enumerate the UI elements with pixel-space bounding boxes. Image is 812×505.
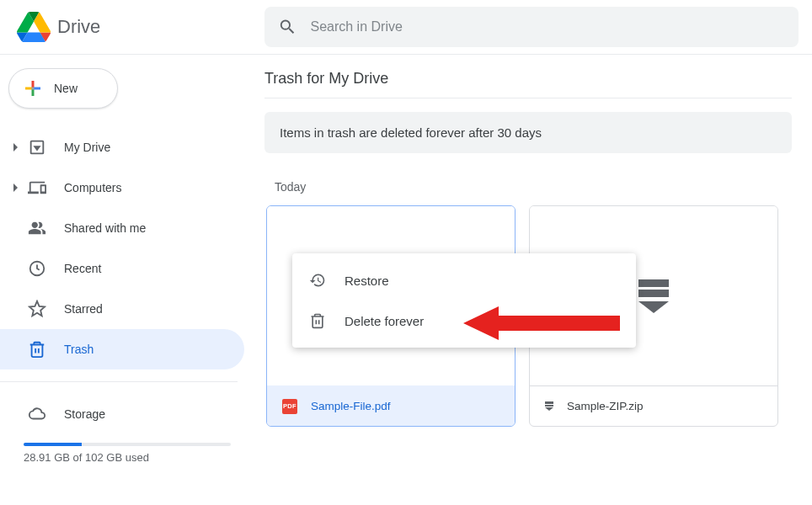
cloud-icon bbox=[27, 404, 47, 424]
zip-icon bbox=[638, 279, 669, 313]
svg-rect-0 bbox=[32, 81, 35, 88]
storage-usage-text: 28.91 GB of 102 GB used bbox=[24, 451, 251, 464]
computers-icon bbox=[27, 178, 47, 198]
storage-section: Storage bbox=[0, 389, 251, 439]
menu-item-label: Delete forever bbox=[345, 314, 424, 328]
page-title: Trash for My Drive bbox=[264, 70, 792, 98]
sidebar-item-computers[interactable]: Computers bbox=[0, 167, 244, 208]
section-label: Today bbox=[275, 180, 792, 194]
search-input[interactable] bbox=[310, 19, 785, 35]
sidebar-item-label: My Drive bbox=[64, 141, 110, 154]
header: Drive bbox=[0, 0, 812, 54]
menu-item-label: Restore bbox=[345, 274, 389, 288]
menu-item-restore[interactable]: Restore bbox=[292, 260, 636, 300]
svg-rect-2 bbox=[25, 88, 32, 90]
new-button-label: New bbox=[54, 82, 77, 95]
chevron-right-icon[interactable] bbox=[13, 183, 18, 192]
file-footer: Sample-ZIP.zip bbox=[530, 385, 777, 426]
search-icon bbox=[278, 17, 296, 37]
sidebar-item-starred[interactable]: Starred bbox=[0, 289, 244, 329]
pdf-icon: PDF bbox=[282, 399, 297, 414]
sidebar-item-label: Computers bbox=[64, 181, 121, 194]
menu-item-delete-forever[interactable]: Delete forever bbox=[292, 300, 636, 341]
nav-list: My Drive Computers Shared with me Recent bbox=[0, 122, 251, 375]
title-divider bbox=[264, 98, 792, 98]
sidebar-item-trash[interactable]: Trash bbox=[0, 329, 244, 369]
file-name: Sample-ZIP.zip bbox=[567, 400, 644, 412]
plus-icon bbox=[23, 78, 43, 98]
trash-icon bbox=[309, 312, 326, 329]
storage-progress bbox=[24, 443, 231, 446]
shared-icon bbox=[27, 218, 47, 238]
svg-rect-1 bbox=[32, 89, 35, 96]
restore-icon bbox=[309, 272, 326, 289]
storage-progress-fill bbox=[24, 443, 82, 446]
file-footer: PDF Sample-File.pdf bbox=[267, 385, 515, 426]
sidebar-divider bbox=[0, 381, 238, 382]
svg-rect-4 bbox=[32, 88, 35, 90]
star-icon bbox=[27, 299, 47, 319]
sidebar-item-storage[interactable]: Storage bbox=[0, 394, 244, 434]
sidebar-item-recent[interactable]: Recent bbox=[0, 248, 244, 289]
sidebar: New My Drive Computers Shared with me bbox=[0, 55, 251, 505]
search-bar[interactable] bbox=[264, 7, 799, 47]
info-banner: Items in trash are deleted forever after… bbox=[264, 112, 792, 153]
app-name: Drive bbox=[57, 16, 100, 38]
sidebar-item-label: Shared with me bbox=[64, 221, 146, 235]
sidebar-item-label: Storage bbox=[64, 407, 105, 421]
sidebar-item-label: Recent bbox=[64, 262, 101, 275]
trash-icon bbox=[27, 339, 47, 359]
svg-rect-3 bbox=[34, 88, 40, 90]
sidebar-item-shared[interactable]: Shared with me bbox=[0, 208, 244, 248]
sidebar-item-label: Trash bbox=[64, 343, 93, 356]
context-menu: Restore Delete forever bbox=[292, 253, 636, 348]
app-brand[interactable]: Drive bbox=[13, 10, 264, 44]
sidebar-item-my-drive[interactable]: My Drive bbox=[0, 127, 244, 167]
recent-icon bbox=[27, 258, 47, 279]
chevron-right-icon[interactable] bbox=[13, 143, 18, 152]
drive-logo-icon bbox=[17, 10, 51, 44]
my-drive-icon bbox=[27, 137, 47, 157]
new-button[interactable]: New bbox=[8, 68, 118, 109]
zip-icon bbox=[545, 401, 553, 411]
file-name: Sample-File.pdf bbox=[311, 400, 391, 412]
sidebar-item-label: Starred bbox=[64, 302, 103, 316]
